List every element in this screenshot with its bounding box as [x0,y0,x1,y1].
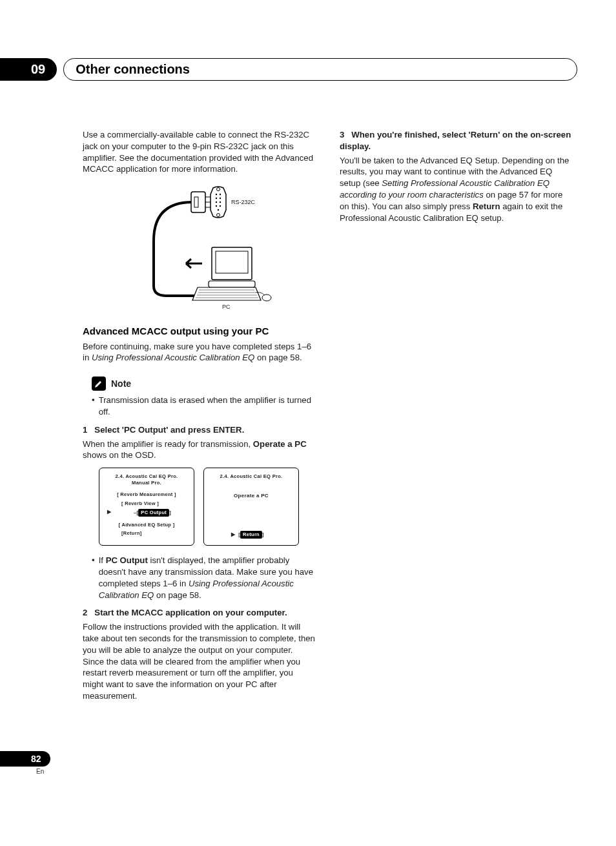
svg-point-13 [218,209,219,211]
subheading-advanced-mcacc: Advanced MCACC output using your PC [83,325,315,338]
page-language: En [36,768,50,775]
bullet-dot: • [92,395,95,418]
osd2-title: 2.4. Acoustic Cal EQ Pro. [208,473,294,480]
diagram-pc-label: PC [222,303,231,311]
rs232c-diagram: RS-232C PC [115,183,283,312]
svg-point-5 [216,194,217,195]
osd2-ret-sel: Return [240,531,262,539]
chapter-title: Other connections [76,62,190,76]
osd1-title: 2.4. Acoustic Cal EQ Pro. Manual Pro. [103,473,190,486]
step-2-title: Start the MCACC application on your comp… [94,608,287,617]
osd1-line3: ▶ –[ PC Output ] [103,509,190,517]
step-2-heading: 2 Start the MCACC application on your co… [83,607,315,619]
sub-intro-b: on page 58. [254,353,302,362]
sub-intro-italic: Using Professional Acoustic Calibration … [92,353,254,362]
note-icon [92,377,106,391]
step-2-num: 2 [83,608,87,617]
step-1-title: Select 'PC Output' and press ENTER. [94,425,244,435]
cursor-arrow-icon: ▶ [107,509,111,516]
step-3-body-bold: Return [473,201,500,211]
osd-row: 2.4. Acoustic Cal EQ Pro. Manual Pro. [ … [83,468,315,546]
osd1-line4: [ Advanced EQ Setup ] [103,522,190,528]
diagram-port-label: RS-232C [231,198,255,206]
osd1-title1: 2.4. Acoustic Cal EQ Pro. [103,473,190,480]
osd2-body: Operate a PC [208,493,294,500]
step-3-heading: 3 When you're finished, select 'Return' … [340,129,572,152]
step-3-title: When you're finished, select 'Return' on… [340,130,571,151]
after-osd-a: If [99,555,106,565]
osd1-l3-suffix: ] [169,510,171,515]
osd2-ret-suffix: ] [262,531,264,537]
after-osd-text: If PC Output isn't displayed, the amplif… [99,555,315,601]
svg-point-8 [220,198,221,199]
osd1-line1: [ Reverb Measurement ] [103,491,190,498]
note-label: Note [111,378,131,390]
svg-point-11 [216,205,217,207]
note-row: Note [92,377,315,391]
svg-point-23 [262,294,271,301]
step-1-body-a: When the amplifier is ready for transmis… [83,439,253,449]
after-osd-c: on page 58. [154,590,201,600]
osd-screen-menu: 2.4. Acoustic Cal EQ Pro. Manual Pro. [ … [99,468,194,546]
step-1-body-b: shows on the OSD. [83,450,156,460]
cursor-arrow-icon: ▶ [231,531,235,539]
left-column: Use a commercially-available cable to co… [83,129,315,705]
intro-paragraph: Use a commercially-available cable to co… [83,129,315,175]
svg-point-6 [220,194,221,195]
svg-point-12 [220,205,221,207]
after-osd-bold: PC Output [106,555,148,565]
note-bullet: • Transmission data is erased when the a… [92,395,315,418]
svg-point-7 [216,198,217,199]
step-1-body-bold: Operate a PC [253,439,307,449]
osd1-line5: [Return] [103,530,190,537]
step-1-body: When the amplifier is ready for transmis… [83,438,315,462]
svg-point-10 [220,201,221,203]
page-header: 09 Other connections [0,58,577,81]
svg-rect-18 [209,281,255,287]
osd1-title2: Manual Pro. [103,480,190,486]
sub-intro: Before continuing, make sure you have co… [83,341,315,364]
note-bullet-text: Transmission data is erased when the amp… [99,395,315,418]
chapter-number-pill: 09 [0,58,57,81]
right-column: 3 When you're finished, select 'Return' … [340,129,572,705]
page-footer: 82 En [0,751,50,775]
svg-rect-17 [216,251,248,273]
page-number-pill: 82 [0,751,50,767]
step-1-num: 1 [83,425,87,435]
after-osd-bullet: • If PC Output isn't displayed, the ampl… [92,555,315,601]
step-3-body: You'll be taken to the Advanced EQ Setup… [340,155,572,224]
osd2-return-row: ▶ [Return] [204,531,298,539]
step-3-num: 3 [340,130,344,139]
svg-point-9 [216,201,217,203]
osd-screen-operate: 2.4. Acoustic Cal EQ Pro. Operate a PC ▶… [203,468,299,546]
bullet-dot: • [92,555,95,601]
content-columns: Use a commercially-available cable to co… [83,129,577,705]
chapter-title-wrap: Other connections [63,58,577,81]
step-2-body: Follow the instructions provided with th… [83,621,315,702]
step-1-heading: 1 Select 'PC Output' and press ENTER. [83,424,315,436]
rs232c-diagram-svg [115,183,283,312]
osd1-l3-sel: PC Output [138,509,169,517]
osd1-line2: [ Reverb View ] [103,500,190,507]
osd1-l3-prefix: –[ [134,510,138,515]
